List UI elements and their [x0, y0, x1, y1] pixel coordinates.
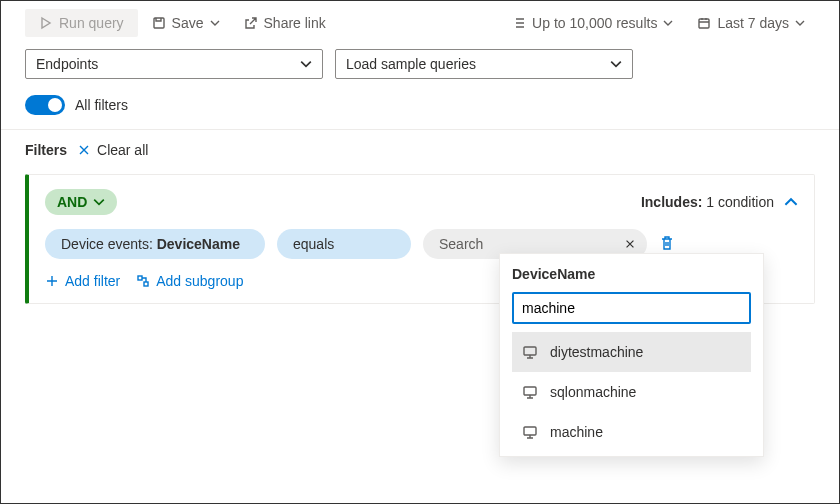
- save-icon: [152, 16, 166, 30]
- filter-group-card: AND Includes: 1 condition Device events:…: [25, 174, 815, 304]
- dropdown-item[interactable]: sqlonmachine: [512, 372, 751, 412]
- list-icon: [512, 16, 526, 30]
- time-range-button[interactable]: Last 7 days: [687, 9, 815, 37]
- chevron-down-icon: [210, 18, 220, 28]
- run-query-button[interactable]: Run query: [25, 9, 138, 37]
- calendar-icon: [697, 16, 711, 30]
- value-dropdown: DeviceName diytestmachine sqlonmachine m…: [499, 253, 764, 457]
- dropdown-title: DeviceName: [512, 266, 751, 282]
- plus-icon: [45, 274, 59, 288]
- close-icon: [624, 238, 636, 250]
- controls-row: Endpoints Load sample queries: [1, 45, 839, 91]
- filters-label: Filters: [25, 142, 67, 158]
- share-icon: [244, 16, 258, 30]
- dropdown-item-label: machine: [550, 424, 603, 440]
- chevron-down-icon: [610, 58, 622, 70]
- chevron-down-icon: [93, 196, 105, 208]
- add-subgroup-label: Add subgroup: [156, 273, 243, 289]
- endpoints-value: Endpoints: [36, 56, 98, 72]
- includes-summary: Includes: 1 condition: [641, 194, 798, 210]
- all-filters-toggle[interactable]: [25, 95, 65, 115]
- logic-operator-select[interactable]: AND: [45, 189, 117, 215]
- svg-rect-1: [699, 19, 709, 28]
- sample-queries-value: Load sample queries: [346, 56, 476, 72]
- toolbar-right: Up to 10,000 results Last 7 days: [502, 9, 815, 37]
- chevron-up-icon[interactable]: [784, 195, 798, 209]
- dropdown-search-input[interactable]: [512, 292, 751, 324]
- endpoints-select[interactable]: Endpoints: [25, 49, 323, 79]
- field-group: Device events:: [61, 236, 153, 252]
- operator-label: equals: [293, 236, 334, 252]
- time-range-label: Last 7 days: [717, 15, 789, 31]
- includes-count: 1 condition: [706, 194, 774, 210]
- sample-queries-select[interactable]: Load sample queries: [335, 49, 633, 79]
- svg-rect-4: [524, 347, 536, 355]
- toolbar: Run query Save Share link Up to 10,000 r…: [1, 1, 839, 45]
- field-name: DeviceName: [157, 236, 240, 252]
- trash-icon: [659, 235, 675, 251]
- add-filter-button[interactable]: Add filter: [45, 273, 120, 289]
- clear-value-button[interactable]: [619, 233, 641, 255]
- dropdown-item-label: sqlonmachine: [550, 384, 636, 400]
- save-label: Save: [172, 15, 204, 31]
- share-label: Share link: [264, 15, 326, 31]
- logic-operator-label: AND: [57, 194, 87, 210]
- dropdown-item-label: diytestmachine: [550, 344, 643, 360]
- device-icon: [522, 424, 538, 440]
- clear-all-label: Clear all: [97, 142, 148, 158]
- svg-rect-6: [524, 427, 536, 435]
- svg-rect-3: [144, 282, 148, 286]
- operator-chip[interactable]: equals: [277, 229, 411, 259]
- chevron-down-icon: [300, 58, 312, 70]
- svg-rect-5: [524, 387, 536, 395]
- delete-condition-button[interactable]: [659, 235, 675, 254]
- device-icon: [522, 344, 538, 360]
- results-label: Up to 10,000 results: [532, 15, 657, 31]
- svg-rect-2: [138, 276, 142, 280]
- card-header: AND Includes: 1 condition: [45, 189, 798, 215]
- add-filter-label: Add filter: [65, 273, 120, 289]
- includes-label: Includes:: [641, 194, 702, 210]
- close-icon: [77, 143, 91, 157]
- clear-all-button[interactable]: Clear all: [77, 142, 148, 158]
- filters-header: Filters Clear all: [1, 130, 839, 170]
- all-filters-row: All filters: [1, 91, 839, 129]
- field-chip[interactable]: Device events: DeviceName: [45, 229, 265, 259]
- run-query-label: Run query: [59, 15, 124, 31]
- chevron-down-icon: [663, 18, 673, 28]
- search-placeholder: Search: [439, 236, 483, 252]
- dropdown-item[interactable]: machine: [512, 412, 751, 452]
- add-subgroup-button[interactable]: Add subgroup: [136, 273, 243, 289]
- all-filters-label: All filters: [75, 97, 128, 113]
- chevron-down-icon: [795, 18, 805, 28]
- share-link-button[interactable]: Share link: [234, 9, 336, 37]
- play-icon: [39, 16, 53, 30]
- save-button[interactable]: Save: [142, 9, 230, 37]
- results-limit-button[interactable]: Up to 10,000 results: [502, 9, 683, 37]
- dropdown-item[interactable]: diytestmachine: [512, 332, 751, 372]
- subgroup-icon: [136, 274, 150, 288]
- device-icon: [522, 384, 538, 400]
